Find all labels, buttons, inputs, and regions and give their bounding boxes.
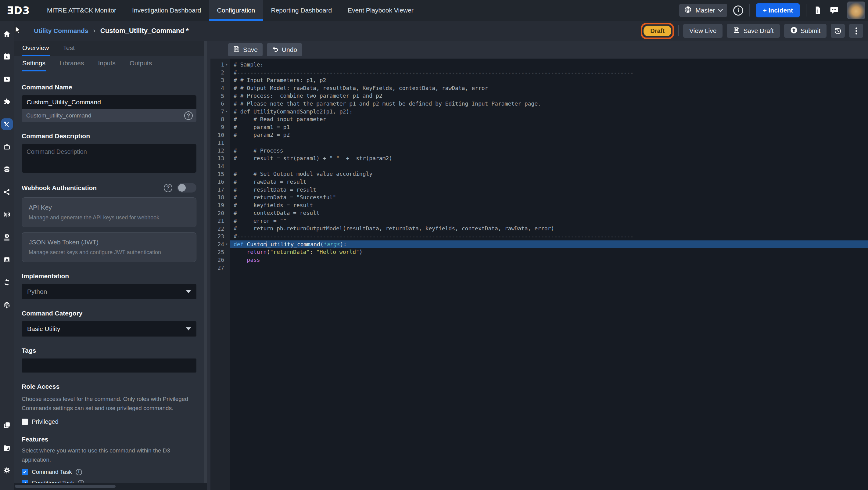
privileged-checkbox[interactable] [22, 419, 28, 425]
code-line-7[interactable]: # def UtilityCommandSample2(p1, p2): [230, 108, 868, 116]
sidebar-item-automation-sync[interactable] [1, 276, 13, 288]
tab-inputs[interactable]: Inputs [97, 56, 116, 71]
sidebar-item-settings-gear[interactable] [1, 464, 13, 476]
code-line-23[interactable]: #---------------------------------------… [230, 233, 868, 240]
tab-overview[interactable]: Overview [22, 41, 50, 56]
code-line-22[interactable]: # return pb.returnOutputModel(resultData… [230, 224, 868, 233]
code-line-6[interactable]: # # Please note that the parameter p1 an… [230, 100, 868, 108]
page-title: Custom_Utility_Command * [100, 27, 189, 35]
webhook-auth-toggle[interactable] [177, 183, 196, 192]
code-line-26[interactable]: pass [230, 256, 868, 264]
user-avatar[interactable] [847, 2, 865, 19]
sidebar-item-web-gateway-globe[interactable] [1, 231, 13, 243]
code-line-14[interactable] [230, 162, 868, 170]
code-line-19[interactable]: # keyfields = result [230, 202, 868, 209]
code-line-18[interactable]: # returnData = "Successful" [230, 193, 868, 202]
nav-item-reporting-dashboard[interactable]: Reporting Dashboard [263, 0, 340, 21]
code-editor[interactable]: 1▾234567▾8910111213141516171819202122232… [211, 59, 868, 490]
code-line-13[interactable]: # result = str(param1) + " " + str(param… [230, 154, 868, 162]
line-number: 2 [211, 69, 230, 76]
editor-gutter: 1▾234567▾8910111213141516171819202122232… [211, 59, 230, 490]
code-line-15[interactable]: # # Set Output model value accordingly [230, 170, 868, 178]
info-icon[interactable]: i [78, 480, 84, 483]
tab-outputs[interactable]: Outputs [129, 56, 153, 71]
sidebar-item-media-playbook[interactable] [1, 73, 13, 85]
info-icon[interactable]: i [733, 5, 743, 16]
code-line-24[interactable]: def Custom_utility_command(*args): [230, 240, 868, 248]
help-question-icon[interactable]: ? [184, 111, 193, 120]
feature-checkbox[interactable]: ✓ [22, 480, 28, 483]
breadcrumb-parent-link[interactable]: Utility Commands [34, 27, 88, 34]
command-name-section: Command Name Custom_utility_command ? [22, 84, 196, 122]
command-name-input[interactable] [22, 95, 196, 109]
sidebar-item-copy-workspace[interactable] [1, 419, 13, 431]
save-draft-button[interactable]: Save Draft [727, 24, 780, 38]
code-line-8[interactable]: # # Read input parameter [230, 115, 868, 123]
editor-save-button[interactable]: Save [228, 43, 262, 56]
d3-logo[interactable]: ƎD3 [0, 0, 39, 21]
code-editor-pane: Save Undo 1▾234567▾891011121314151617181… [207, 41, 868, 490]
code-line-21[interactable]: # error = "" [230, 217, 868, 225]
tab-libraries[interactable]: Libraries [59, 56, 85, 71]
jwt-card[interactable]: JSON Web Token (JWT) Manage secret keys … [22, 232, 196, 262]
command-category-select[interactable]: Basic Utility [22, 321, 196, 337]
panel-horizontal-scrollbar[interactable] [14, 483, 207, 490]
top-nav-bar: ƎD3 MITRE ATT&CK MonitorInvestigation Da… [0, 0, 868, 21]
sidebar-item-data-management[interactable] [1, 163, 13, 175]
feature-checkbox[interactable]: ✓ [22, 469, 28, 476]
code-line-2[interactable]: #---------------------------------------… [230, 69, 868, 76]
command-description-input[interactable] [22, 144, 196, 173]
code-line-20[interactable]: # contextData = result [230, 209, 868, 217]
release-notes-icon[interactable] [812, 5, 823, 16]
api-key-card[interactable]: API Key Manage and generate the API keys… [22, 197, 196, 227]
code-line-12[interactable]: # # Process [230, 147, 868, 155]
sidebar-item-utility-commands[interactable] [1, 118, 13, 130]
code-line-10[interactable]: # param2 = p2 [230, 131, 868, 139]
fold-caret-icon[interactable]: ▾ [224, 109, 229, 114]
editor-code[interactable]: # Sample:#------------------------------… [230, 59, 868, 490]
help-question-icon[interactable]: ? [164, 184, 172, 192]
version-history-button[interactable] [831, 24, 845, 38]
code-line-25[interactable]: return("returnData": "Hello world") [230, 248, 868, 256]
sidebar-item-connections-share[interactable] [1, 186, 13, 198]
code-line-27[interactable] [230, 264, 868, 272]
code-line-11[interactable] [230, 139, 868, 147]
tab-test[interactable]: Test [63, 41, 75, 56]
code-line-1[interactable]: # Sample: [230, 61, 868, 69]
chat-messages-icon[interactable] [829, 5, 839, 16]
nav-item-mitre-att-ck-monitor[interactable]: MITRE ATT&CK Monitor [39, 0, 124, 21]
code-line-16[interactable]: # rawData = result [230, 178, 868, 186]
code-line-17[interactable]: # resultData = result [230, 186, 868, 194]
implementation-select[interactable]: Python [22, 284, 196, 299]
nav-item-event-playbook-viewer[interactable]: Event Playbook Viewer [340, 0, 422, 21]
view-live-button[interactable]: View Live [683, 24, 723, 38]
code-line-4[interactable]: # # Output Model: rawData, resultData, K… [230, 84, 868, 92]
sidebar-item-fingerprint-identity[interactable] [1, 299, 13, 311]
sidebar-item-incident-report[interactable] [1, 254, 13, 266]
sidebar-item-signal-broadcast[interactable] [1, 209, 13, 220]
sidebar-item-integrations-puzzle[interactable] [1, 96, 13, 108]
sidebar-item-file-management[interactable] [1, 442, 13, 453]
code-line-3[interactable]: # # Input Parameters: p1, p2 [230, 76, 868, 84]
submit-label: Submit [801, 27, 820, 34]
code-line-9[interactable]: # param1 = p1 [230, 123, 868, 131]
fold-caret-icon[interactable]: ▾ [224, 242, 229, 246]
scrollbar-thumb[interactable] [15, 485, 116, 488]
more-options-button[interactable] [849, 24, 863, 38]
nav-item-configuration[interactable]: Configuration [209, 0, 263, 21]
editor-undo-button[interactable]: Undo [267, 43, 302, 56]
info-icon[interactable]: i [75, 469, 82, 476]
new-incident-button[interactable]: + Incident [756, 3, 800, 18]
command-display-name: Custom_utility_command [26, 112, 91, 119]
submit-button[interactable]: Submit [784, 24, 827, 38]
code-line-5[interactable]: # # Process: combine two parameter p1 an… [230, 92, 868, 100]
line-number: 13 [211, 154, 230, 162]
tab-settings[interactable]: Settings [22, 56, 46, 71]
sidebar-item-toolbox[interactable] [1, 141, 13, 153]
nav-item-investigation-dashboard[interactable]: Investigation Dashboard [124, 0, 209, 21]
site-selector[interactable]: Master [679, 4, 727, 17]
tags-input[interactable] [22, 359, 196, 372]
sidebar-item-home[interactable] [1, 28, 13, 40]
sidebar-item-playbook-calendar[interactable] [1, 51, 13, 62]
fold-caret-icon[interactable]: ▾ [224, 63, 229, 67]
